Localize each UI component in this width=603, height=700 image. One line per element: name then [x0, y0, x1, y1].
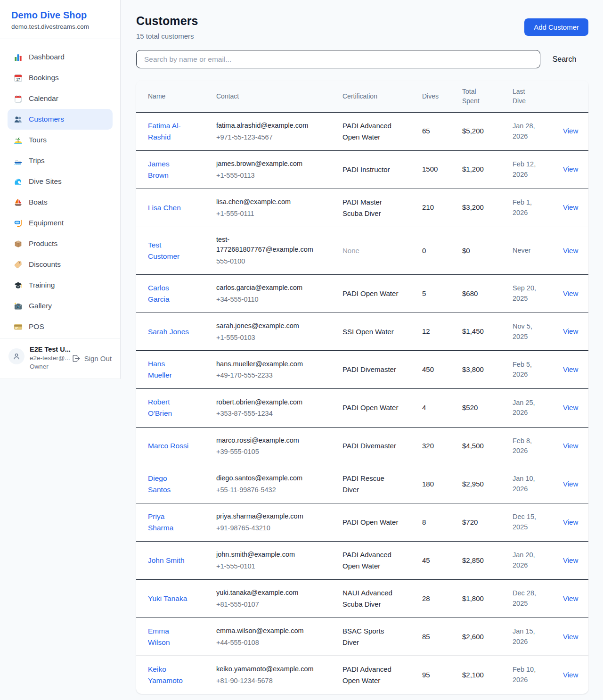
- last-dive-cell: Jan 20, 2026: [501, 542, 551, 580]
- certification-value: PADI Advanced Open Water: [342, 664, 401, 686]
- customer-name-link[interactable]: Priya Sharma: [148, 511, 190, 534]
- dives-cell: 95: [410, 656, 450, 694]
- sidebar-item-dashboard[interactable]: Dashboard: [8, 47, 113, 67]
- view-link[interactable]: View: [563, 594, 578, 602]
- customer-name-link[interactable]: Emma Wilson: [148, 626, 190, 648]
- view-link[interactable]: View: [563, 365, 578, 373]
- search-button[interactable]: Search: [540, 55, 588, 64]
- customer-name-link[interactable]: Carlos Garcia: [148, 282, 190, 305]
- contact-cell: robert.obrien@example.com +353-87-555-12…: [204, 389, 331, 427]
- total-spent-value: $680: [462, 289, 478, 297]
- customer-phone: +44-555-0108: [216, 638, 325, 648]
- certification-value: PADI Instructor: [342, 164, 390, 175]
- customer-name-link[interactable]: Robert O'Brien: [148, 396, 190, 419]
- view-link[interactable]: View: [563, 480, 578, 488]
- customer-email: john.smith@example.com: [216, 550, 295, 560]
- customer-name-link[interactable]: Sarah Jones: [148, 326, 189, 338]
- contact-cell: keiko.yamamoto@example.com +81-90-1234-5…: [204, 656, 331, 694]
- customer-phone: +91-98765-43210: [216, 523, 325, 534]
- sidebar-item-bookings[interactable]: 17Bookings: [8, 67, 113, 88]
- customer-phone: +81-90-1234-5678: [216, 676, 325, 686]
- view-link[interactable]: View: [563, 671, 578, 679]
- sidebar-item-label: Customers: [29, 115, 64, 124]
- dives-value: 4: [422, 404, 426, 412]
- sidebar-item-tours[interactable]: Tours: [8, 130, 113, 150]
- total-spent-cell: $2,600: [450, 618, 501, 656]
- sign-out-label: Sign Out: [84, 354, 112, 362]
- last-dive-value: Jan 10, 2026: [513, 474, 540, 494]
- customer-email: lisa.chen@example.com: [216, 197, 291, 207]
- customer-name-link[interactable]: Test Customer: [148, 239, 190, 262]
- customer-name-link[interactable]: James Brown: [148, 158, 190, 181]
- sidebar-item-boats[interactable]: Boats: [8, 192, 113, 213]
- table-row: Lisa Chen lisa.chen@example.com +1-555-0…: [136, 189, 588, 227]
- search-input[interactable]: [136, 50, 540, 68]
- customer-name-link[interactable]: John Smith: [148, 555, 185, 566]
- view-link[interactable]: View: [563, 165, 578, 173]
- customer-email: robert.obrien@example.com: [216, 397, 302, 408]
- sidebar-header: Demo Dive Shop demo.test.divestreams.com: [0, 0, 120, 39]
- name-cell: Lisa Chen: [136, 189, 204, 227]
- table-row: Fatima Al-Rashid fatima.alrashid@example…: [136, 112, 588, 150]
- sidebar-item-discounts[interactable]: Discounts: [8, 254, 113, 275]
- sidebar-item-label: Dive Sites: [29, 177, 62, 186]
- page-header: Customers 15 total customers Add Custome…: [136, 14, 588, 40]
- customer-email: james.brown@example.com: [216, 159, 302, 169]
- last-dive-cell: Jan 25, 2026: [501, 389, 551, 427]
- sidebar-item-training[interactable]: Training: [8, 275, 113, 296]
- last-dive-cell: Feb 8, 2026: [501, 427, 551, 465]
- total-spent-cell: $680: [450, 274, 501, 313]
- view-link[interactable]: View: [563, 127, 578, 135]
- sidebar-nav: Dashboard17BookingsCalendarCustomersTour…: [0, 39, 120, 338]
- products-icon: [13, 239, 23, 248]
- customer-name-link[interactable]: Yuki Tanaka: [148, 593, 187, 604]
- sidebar-item-trips[interactable]: Trips: [8, 150, 113, 171]
- view-link[interactable]: View: [563, 289, 578, 297]
- customer-name-link[interactable]: Lisa Chen: [148, 202, 181, 214]
- customer-email: emma.wilson@example.com: [216, 626, 304, 636]
- customer-name-link[interactable]: Marco Rossi: [148, 440, 188, 452]
- customer-name-link[interactable]: Keiko Yamamoto: [148, 664, 190, 686]
- person-icon: [12, 352, 21, 361]
- dives-value: 320: [422, 442, 434, 450]
- last-dive-value: Feb 8, 2026: [513, 436, 540, 457]
- sidebar-item-dive-sites[interactable]: Dive Sites: [8, 171, 113, 192]
- certification-value: PADI Advanced Open Water: [342, 120, 401, 143]
- name-cell: Fatima Al-Rashid: [136, 112, 204, 150]
- view-link[interactable]: View: [563, 518, 578, 526]
- customer-name-link[interactable]: Hans Mueller: [148, 358, 190, 381]
- last-dive-value: Dec 15, 2025: [513, 512, 540, 533]
- customer-email: diego.santos@example.com: [216, 473, 302, 484]
- certification-cell: PADI Open Water: [331, 389, 410, 427]
- last-dive-cell: Jan 28, 2026: [501, 112, 551, 150]
- sidebar-item-customers[interactable]: Customers: [8, 109, 113, 130]
- sidebar-item-calendar[interactable]: Calendar: [8, 88, 113, 109]
- view-link[interactable]: View: [563, 203, 578, 211]
- last-dive-cell: Sep 20, 2025: [501, 274, 551, 313]
- contact-cell: fatima.alrashid@example.com +971-55-123-…: [204, 112, 331, 150]
- dives-cell: 28: [410, 580, 450, 618]
- dives-value: 180: [422, 480, 434, 488]
- view-link[interactable]: View: [563, 556, 578, 564]
- last-dive-cell: Never: [501, 227, 551, 274]
- customer-name-link[interactable]: Diego Santos: [148, 473, 190, 495]
- customer-name-link[interactable]: Fatima Al-Rashid: [148, 120, 190, 143]
- certification-cell: SSI Open Water: [331, 313, 410, 351]
- customer-phone: +971-55-123-4567: [216, 132, 325, 143]
- dives-cell: 12: [410, 313, 450, 351]
- sign-out-button[interactable]: Sign Out: [72, 354, 112, 363]
- view-link[interactable]: View: [563, 327, 578, 335]
- add-customer-button[interactable]: Add Customer: [524, 18, 588, 36]
- view-link[interactable]: View: [563, 442, 578, 450]
- dives-cell: 85: [410, 618, 450, 656]
- sidebar-item-products[interactable]: Products: [8, 233, 113, 254]
- sidebar-item-equipment[interactable]: Equipment: [8, 213, 113, 233]
- contact-cell: marco.rossi@example.com +39-555-0105: [204, 427, 331, 465]
- dives-value: 450: [422, 365, 434, 373]
- sidebar-item-pos[interactable]: POS: [8, 316, 113, 337]
- bookings-icon: 17: [13, 73, 23, 82]
- view-link[interactable]: View: [563, 633, 578, 641]
- view-link[interactable]: View: [563, 404, 578, 412]
- view-link[interactable]: View: [563, 247, 578, 255]
- sidebar-item-gallery[interactable]: Gallery: [8, 296, 113, 316]
